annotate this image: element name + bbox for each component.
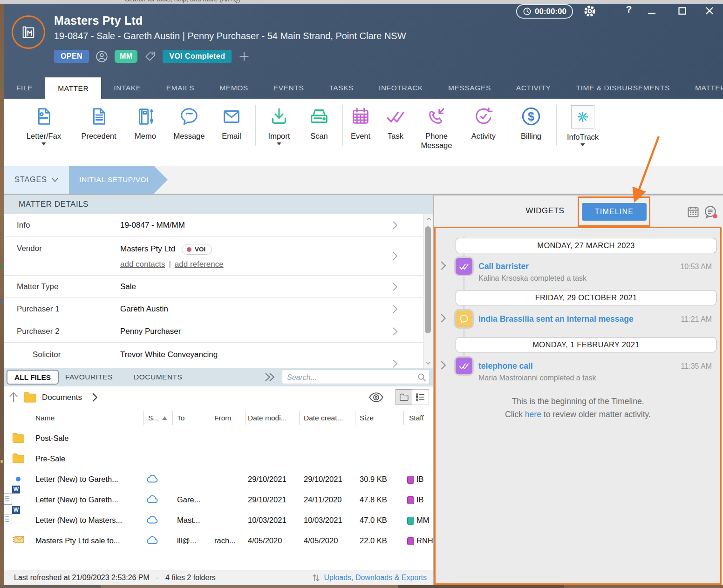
column-size[interactable]: Size bbox=[360, 408, 374, 428]
tab-intake[interactable]: INTAKE bbox=[101, 77, 153, 99]
scrollbar-thumb[interactable] bbox=[425, 226, 431, 333]
timeline-entry-title[interactable]: telephone call bbox=[478, 361, 533, 371]
folder-view-button[interactable] bbox=[396, 389, 412, 405]
table-row[interactable]: Post-Sale bbox=[4, 428, 433, 449]
toolbar-scan[interactable]: Scan bbox=[298, 105, 341, 141]
file-size: 22.0 KB bbox=[360, 530, 387, 551]
staff-color-chip bbox=[407, 537, 414, 545]
tab-activity[interactable]: ACTIVITY bbox=[504, 77, 564, 99]
settings-button[interactable] bbox=[583, 5, 596, 18]
detail-row-purchaser-2[interactable]: Purchaser 2 Penny Purchaser bbox=[4, 320, 423, 343]
tag-icon[interactable] bbox=[144, 50, 156, 62]
tab-events[interactable]: EVENTS bbox=[261, 77, 317, 99]
detail-row-purchaser-1[interactable]: Purchaser 1 Gareth Austin bbox=[4, 298, 423, 320]
widgets-tab[interactable]: WIDGETS bbox=[517, 195, 573, 227]
list-view-button[interactable] bbox=[412, 389, 429, 405]
files-tab-favourites[interactable]: FAVOURITES bbox=[65, 368, 113, 386]
detail-row-vendor[interactable]: Vendor Masters Pty LtdVOI add contacts|a… bbox=[4, 237, 423, 276]
column-to[interactable]: To bbox=[177, 408, 184, 428]
file-name: Letter (New) to Gareth... bbox=[35, 489, 118, 510]
review-older-activity-link[interactable]: here bbox=[525, 410, 541, 419]
calendar-icon[interactable] bbox=[687, 205, 700, 218]
column-date-created[interactable]: Date creat... bbox=[304, 408, 343, 428]
add-contacts-link[interactable]: add contacts bbox=[120, 260, 165, 269]
expand-entry-icon[interactable] bbox=[441, 261, 446, 270]
timeline-tab[interactable]: TIMELINE bbox=[582, 203, 647, 221]
timer-widget[interactable]: 00:00:00 bbox=[516, 4, 573, 19]
table-row[interactable]: Pre-Sale bbox=[4, 448, 433, 469]
column-name[interactable]: Name bbox=[35, 408, 55, 428]
voi-status-dot bbox=[187, 247, 191, 252]
scroll-up-icon[interactable] bbox=[426, 217, 431, 221]
add-tag-icon[interactable] bbox=[238, 50, 250, 62]
staff-initials-badge[interactable]: MM bbox=[115, 50, 137, 63]
column-status[interactable]: S... bbox=[148, 408, 159, 428]
toolbar-billing[interactable]: $ Billing bbox=[510, 105, 552, 141]
column-staff[interactable]: Staff bbox=[409, 408, 424, 428]
toolbar-message[interactable]: Message bbox=[168, 105, 211, 141]
up-down-arrows-icon bbox=[312, 574, 320, 582]
table-row[interactable]: Letter (New) to Gareth... 29/10/2021 29/… bbox=[4, 469, 433, 490]
tab-matter[interactable]: MATTER bbox=[45, 77, 101, 99]
toolbar-import[interactable]: Import bbox=[258, 105, 300, 145]
files-tab-documents[interactable]: DOCUMENTS bbox=[134, 368, 182, 386]
add-reference-link[interactable]: add reference bbox=[175, 260, 224, 269]
search-input[interactable] bbox=[286, 372, 414, 383]
toolbar-activity[interactable]: Activity bbox=[462, 105, 505, 141]
list-view-icon bbox=[416, 393, 425, 401]
toolbar-memo[interactable]: Memo bbox=[124, 105, 167, 141]
tab-file[interactable]: FILE bbox=[4, 77, 45, 99]
tab-infotrack[interactable]: INFOTRACK bbox=[366, 77, 436, 99]
tab-tasks[interactable]: TASKS bbox=[316, 77, 366, 99]
stages-dropdown[interactable]: STAGES bbox=[4, 166, 69, 194]
table-row[interactable]: Masters Pty Ltd sale to... lll@... rach.… bbox=[4, 530, 433, 551]
current-stage-chip[interactable]: INITIAL SETUP/VOI bbox=[69, 166, 168, 194]
billing-icon: $ bbox=[520, 105, 542, 128]
column-date-modified[interactable]: Date modi... bbox=[248, 408, 287, 428]
expand-entry-icon[interactable] bbox=[441, 361, 446, 370]
tab-emails[interactable]: EMAILS bbox=[154, 77, 207, 99]
toolbar-precedent[interactable]: Precedent bbox=[77, 105, 120, 141]
timeline-entry-title[interactable]: India Brassilia sent an internal message bbox=[478, 314, 634, 324]
timeline-entry-subtitle: Kalina Krsoska completed a task bbox=[478, 274, 587, 283]
folder-up-icon[interactable] bbox=[8, 392, 19, 403]
voi-completed-badge[interactable]: VOI Completed bbox=[163, 50, 232, 63]
detail-row-matter-type[interactable]: Matter Type Sale bbox=[4, 276, 423, 298]
tab-time-disbursements[interactable]: TIME & DISBURSEMENTS bbox=[563, 77, 682, 99]
event-calendar-icon bbox=[350, 105, 371, 128]
infotrack-icon bbox=[576, 110, 589, 123]
dropdown-caret-icon bbox=[277, 142, 281, 145]
transfers-link[interactable]: Uploads, Downloads & Exports bbox=[312, 570, 427, 585]
files-search-box[interactable] bbox=[282, 370, 430, 384]
toolbar-task[interactable]: Task bbox=[374, 105, 417, 141]
minimize-button[interactable] bbox=[648, 12, 656, 15]
scroll-down-icon[interactable] bbox=[426, 361, 431, 365]
toolbar-infotrack[interactable]: InfoTrack bbox=[561, 105, 604, 146]
toolbar-letter-fax[interactable]: Letter/Fax bbox=[22, 105, 65, 145]
voi-pill[interactable]: VOI bbox=[182, 244, 212, 255]
tab-memos[interactable]: MEMOS bbox=[207, 77, 261, 99]
expand-tabs-icon[interactable] bbox=[263, 372, 275, 383]
column-from[interactable]: From bbox=[214, 408, 231, 428]
tab-messages[interactable]: MESSAGES bbox=[436, 77, 504, 99]
detail-row-info[interactable]: Info 19-0847 - MM/MM bbox=[4, 214, 423, 237]
status-badge[interactable]: OPEN bbox=[54, 50, 89, 63]
table-row[interactable]: W Letter (New) to Gareth... Gare... 29/1… bbox=[4, 489, 433, 510]
table-row[interactable]: W Letter (New) to Masters... Mast... 10/… bbox=[4, 510, 433, 531]
files-tab-all-files[interactable]: ALL FILES bbox=[7, 370, 59, 385]
close-button[interactable] bbox=[705, 7, 714, 15]
expand-entry-icon[interactable] bbox=[441, 314, 446, 323]
maximize-button[interactable] bbox=[678, 7, 686, 15]
toolbar-email[interactable]: Email bbox=[210, 105, 253, 141]
timeline-entry-title[interactable]: Call barrister bbox=[478, 262, 529, 271]
tab-matter-insights[interactable]: MATTER INSIGHTS bbox=[682, 77, 723, 99]
toolbar-phone-message[interactable]: Phone Message bbox=[415, 105, 458, 150]
preview-eye-icon[interactable] bbox=[368, 391, 384, 404]
toolbar-divider bbox=[255, 105, 256, 146]
help-button[interactable]: ? bbox=[623, 4, 634, 15]
notes-notification-icon[interactable] bbox=[703, 205, 718, 219]
breadcrumb[interactable]: Documents bbox=[42, 386, 82, 408]
date-modified: 29/10/2021 bbox=[248, 489, 286, 510]
detail-row-solicitor[interactable]: Solicitor Trevor White Conveyancing bbox=[4, 343, 423, 368]
infotrack-logo-box bbox=[571, 105, 594, 128]
